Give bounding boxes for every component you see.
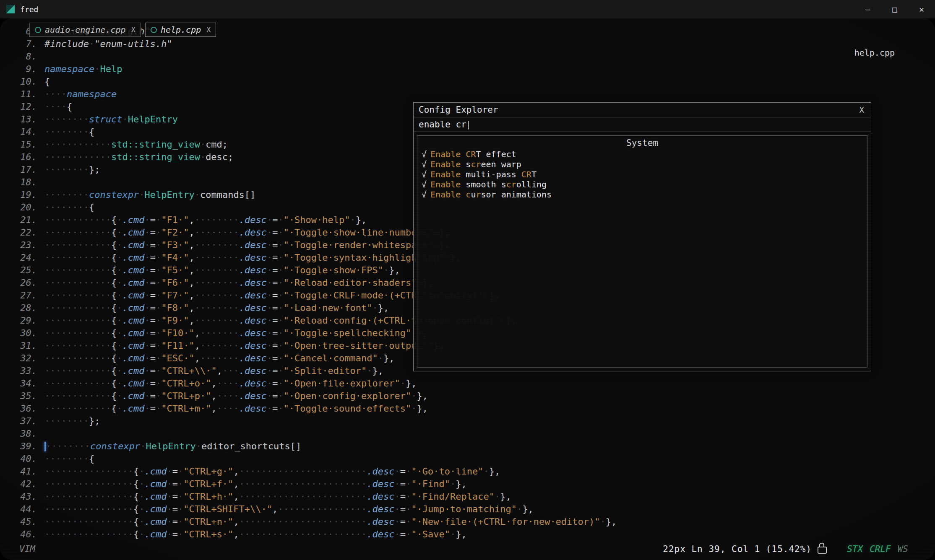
code-line[interactable]: 39.········constexpr·HelpEntry·editor_sh… [15,440,617,453]
section-header: System [422,137,863,148]
line-number: 29. [15,314,37,327]
line-number: 34. [15,377,37,390]
line-number: 13. [15,113,37,126]
code-line[interactable]: 7.#include·"enum-utils.h" [15,38,617,50]
cpp-file-icon [151,27,157,33]
line-number: 26. [15,277,37,289]
line-number: 43. [15,490,37,503]
code-line[interactable]: 37.········}; [15,415,617,428]
window-title: fred [20,5,38,14]
code-line[interactable]: 42.················{·.cmd·=·"CTRL+f·",··… [15,478,617,490]
line-number: 28. [15,302,37,314]
line-number: 46. [15,528,37,541]
line-number: 32. [15,352,37,365]
line-number: 12. [15,101,37,113]
tab-help[interactable]: help.cpp X [145,23,216,37]
config-list: √Enable CRT effect√Enable screen warp√En… [422,149,863,200]
line-number: 41. [15,465,37,478]
line-number: 18. [15,176,37,189]
line-number: 45. [15,516,37,528]
line-number: 42. [15,478,37,490]
code-line[interactable]: 40.········{ [15,453,617,465]
line-number: 14. [15,126,37,138]
tab-close-icon[interactable]: X [131,26,135,34]
line-number: 21. [15,214,37,226]
popup-close-icon[interactable]: X [858,105,866,114]
minimize-button[interactable]: – [854,0,881,18]
line-number: 31. [15,340,37,352]
line-number: 39. [15,440,37,453]
line-number: 35. [15,390,37,402]
window-controls: – □ ✕ [854,0,935,18]
line-number: 33. [15,365,37,377]
checkbox-checked-icon[interactable]: √ [422,189,427,200]
config-explorer-popup: Config Explorer X enable cr System √Enab… [413,102,871,371]
config-item[interactable]: √Enable cursor animations [422,189,863,200]
tab-close-icon[interactable]: X [206,26,211,34]
code-line[interactable]: 9.namespace·Help [15,63,617,75]
line-number: 8. [15,50,37,63]
status-bar: VIM 22px Ln 39, Col 1 (15.42%) STXCRLFWS [0,541,935,560]
checkbox-checked-icon[interactable]: √ [422,159,427,169]
popup-title-bar: Config Explorer X [414,103,871,117]
search-query-text: enable cr [419,119,466,130]
lock-icon [818,547,827,554]
config-item[interactable]: √Enable screen warp [422,159,863,169]
window-titlebar: fred – □ ✕ [0,0,935,18]
tab-label: audio-engine.cpp [45,25,126,35]
line-number: 27. [15,289,37,302]
line-number: 22. [15,226,37,239]
line-number: 25. [15,264,37,277]
line-number: 17. [15,163,37,176]
line-number: 38. [15,428,37,440]
config-item[interactable]: √Enable multi-pass CRT [422,169,863,179]
line-number: 30. [15,327,37,340]
status-flag: WS [898,544,908,554]
line-number: 37. [15,415,37,428]
checkbox-checked-icon[interactable]: √ [422,179,427,189]
checkbox-checked-icon[interactable]: √ [422,149,427,159]
line-number: 7. [15,38,37,50]
status-flag: STX [847,544,863,554]
line-number: 16. [15,151,37,163]
vim-mode-indicator: VIM [19,544,35,554]
line-number: 9. [15,63,37,75]
line-number: 24. [15,251,37,264]
cursor-position-info: 22px Ln 39, Col 1 (15.42%) [663,544,812,554]
status-flags: STXCRLFWS [847,544,908,554]
config-item[interactable]: √Enable smooth scrolling [422,179,863,189]
text-caret [468,121,469,130]
code-line[interactable]: 10.{ [15,75,617,88]
code-line[interactable]: 44.················{·.cmd·=·"CTRL+SHIFT+… [15,503,617,516]
code-line[interactable]: 43.················{·.cmd·=·"CTRL+h·",··… [15,490,617,503]
close-button[interactable]: ✕ [908,0,935,18]
line-number: 15. [15,138,37,151]
code-line[interactable]: 11.····namespace [15,88,617,101]
app-icon [6,5,15,14]
code-line[interactable]: 36.············{·.cmd·=·"CTRL+m·",····.d… [15,402,617,415]
code-line[interactable]: 46.················{·.cmd·=·"CTRL+s·",··… [15,528,617,541]
code-line[interactable]: 38. [15,428,617,440]
code-line[interactable]: 34.············{·.cmd·=·"CTRL+o·",····.d… [15,377,617,390]
tab-audio-engine[interactable]: audio-engine.cpp X [29,23,141,37]
config-search-input[interactable]: enable cr [414,117,871,132]
editor-screen: 6.#include·"config.h"7.#include·"enum-ut… [0,18,935,560]
code-line[interactable]: 8. [15,50,617,63]
config-item[interactable]: √Enable CRT effect [422,149,863,159]
line-number: 11. [15,88,37,101]
code-line[interactable]: 41.················{·.cmd·=·"CTRL+g·",··… [15,465,617,478]
code-line[interactable]: 45.················{·.cmd·=·"CTRL+n·",··… [15,516,617,528]
status-flag: CRLF [870,544,891,554]
maximize-button[interactable]: □ [881,0,908,18]
cpp-file-icon [35,27,41,33]
checkbox-checked-icon[interactable]: √ [422,169,427,179]
active-filename-overlay: help.cpp [854,48,895,58]
line-number: 44. [15,503,37,516]
tab-label: help.cpp [161,25,201,35]
line-number: 40. [15,453,37,465]
config-list-panel: System √Enable CRT effect√Enable screen … [417,135,867,368]
app-window: fred – □ ✕ 6.#include·"config.h"7.#inclu… [0,0,935,560]
code-line[interactable]: 35.············{·.cmd·=·"CTRL+p·",····.d… [15,390,617,402]
line-number: 20. [15,201,37,214]
line-number: 23. [15,239,37,251]
